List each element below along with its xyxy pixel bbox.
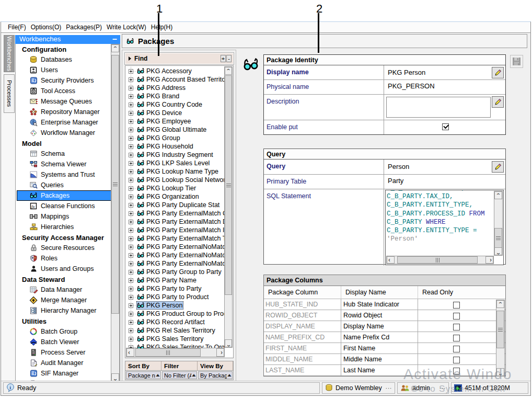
enable-put-checkbox[interactable] bbox=[442, 123, 449, 130]
collapse-all-button[interactable]: - bbox=[226, 55, 232, 62]
scrollbar-thumb[interactable] bbox=[494, 228, 502, 248]
sidebar-item-tool-access[interactable]: Tool Access bbox=[16, 86, 120, 96]
sidebar-item-message-queues[interactable]: Message Queues bbox=[16, 96, 120, 107]
sidebar-item-merge-manager[interactable]: Merge Manager bbox=[16, 295, 120, 305]
find-bar[interactable]: Find + - bbox=[125, 53, 234, 64]
description-textarea[interactable] bbox=[386, 97, 491, 118]
column-header-read-only[interactable]: Read Only bbox=[418, 286, 495, 299]
edit-query-button[interactable] bbox=[492, 161, 504, 173]
scroll-up-button[interactable]: ⌃ bbox=[225, 67, 232, 75]
sidebar-item-mappings[interactable]: Mappings bbox=[16, 211, 120, 222]
tree-item-pkg-accessory[interactable]: PKG Accessory bbox=[125, 67, 225, 75]
expand-icon[interactable] bbox=[129, 337, 133, 341]
tree-item-pkg-party-externalmatch-inp[interactable]: PKG Party ExternalMatch Inp bbox=[125, 226, 225, 234]
expand-icon[interactable] bbox=[129, 77, 133, 82]
sidebar-item-audit-manager[interactable]: Audit Manager bbox=[16, 358, 120, 368]
tree-item-pkg-party-externalmatch-typ[interactable]: PKG Party ExternalMatch Typ bbox=[125, 234, 225, 243]
tree-item-pkg-party-to-party[interactable]: PKG Party to Party bbox=[125, 284, 225, 293]
scroll-up-button[interactable]: ⌃ bbox=[494, 191, 502, 199]
expand-icon[interactable] bbox=[129, 178, 133, 183]
tree-item-pkg-party-group-to-party[interactable]: PKG Party Group to Party bbox=[125, 268, 225, 276]
sidebar-scrollbar[interactable]: ⌃⌃ bbox=[111, 44, 120, 382]
tree-item-pkg-lkp-sales-level[interactable]: PKG LKP Sales Level bbox=[125, 159, 225, 167]
column-header-display-name[interactable]: Display Name bbox=[341, 286, 418, 299]
expand-icon[interactable] bbox=[129, 153, 133, 157]
side-tab-workbenches[interactable]: Workbenches bbox=[4, 35, 15, 72]
expand-icon[interactable] bbox=[129, 169, 133, 174]
read-only-checkbox[interactable] bbox=[453, 324, 460, 330]
save-button[interactable] bbox=[510, 55, 523, 68]
sidebar-item-users-and-groups[interactable]: Users and Groups bbox=[16, 264, 120, 274]
side-tab-processes[interactable]: Processes bbox=[4, 74, 15, 113]
sidebar-item-cleanse-functions[interactable]: fxCleanse Functions bbox=[16, 201, 120, 211]
scroll-down-button[interactable]: ⌃ bbox=[225, 339, 232, 347]
expand-icon[interactable] bbox=[129, 203, 133, 208]
menu-help-h[interactable]: Help(H) bbox=[149, 22, 175, 32]
sidebar-item-repository-manager[interactable]: Repository Manager bbox=[16, 107, 120, 117]
status-overflow-button[interactable]: ··· bbox=[386, 385, 392, 391]
edit-display-name-button[interactable] bbox=[492, 67, 504, 78]
expand-icon[interactable] bbox=[129, 161, 133, 166]
tree-item-pkg-address[interactable]: PKG Address bbox=[125, 84, 225, 92]
menu-options-o[interactable]: Options(O) bbox=[29, 22, 64, 32]
read-only-checkbox[interactable] bbox=[453, 313, 460, 320]
read-only-checkbox[interactable] bbox=[453, 302, 460, 309]
sidebar-minimize-icon[interactable]: – bbox=[112, 37, 117, 42]
footer-value-2[interactable]: By Package▲ bbox=[198, 371, 233, 379]
expand-icon[interactable] bbox=[129, 228, 133, 233]
scroll-down-button[interactable]: ⌃ bbox=[494, 247, 502, 255]
tree-item-pkg-party-externalmatch-co[interactable]: PKG Party ExternalMatch Co bbox=[125, 209, 225, 218]
tree-item-pkg-group[interactable]: PKG Group bbox=[125, 134, 225, 142]
sql-horizontal-scrollbar[interactable]: ⌃⌃ bbox=[386, 256, 494, 264]
columns-scrollbar[interactable]: ⌃⌃ bbox=[496, 300, 505, 377]
expand-icon[interactable] bbox=[129, 86, 133, 90]
tree-item-pkg-country-code[interactable]: PKG Country Code bbox=[125, 100, 225, 109]
expand-icon[interactable] bbox=[129, 278, 133, 283]
expand-icon[interactable] bbox=[129, 312, 133, 316]
tree-vertical-scrollbar[interactable]: ⌃⌃ bbox=[224, 66, 233, 348]
sidebar-item-databases[interactable]: Databases bbox=[16, 54, 120, 65]
tree-item-pkg-employee[interactable]: PKG Employee bbox=[125, 117, 225, 126]
sidebar-item-security-providers[interactable]: Security Providers bbox=[16, 75, 120, 86]
tree-item-pkg-device[interactable]: PKG Device bbox=[125, 109, 225, 117]
sidebar-item-queries[interactable]: Queries bbox=[16, 180, 120, 190]
menu-write-lock-w[interactable]: Write Lock(W) bbox=[105, 22, 148, 32]
expand-icon[interactable] bbox=[129, 287, 133, 291]
sidebar-item-batch-viewer[interactable]: Batch Viewer bbox=[16, 337, 120, 347]
sidebar-item-batch-group[interactable]: Batch Group bbox=[16, 326, 120, 337]
expand-icon[interactable] bbox=[129, 195, 133, 199]
expand-icon[interactable] bbox=[129, 245, 133, 249]
scroll-left-button[interactable]: ⌃ bbox=[387, 256, 395, 264]
scrollbar-thumb[interactable] bbox=[225, 75, 232, 295]
scrollbar-thumb[interactable] bbox=[111, 55, 119, 314]
expand-icon[interactable] bbox=[129, 270, 133, 275]
sidebar-item-data-manager[interactable]: Data Manager bbox=[16, 284, 120, 295]
tree-item-pkg-party-externalnomatch[interactable]: PKG Party ExternalNoMatch bbox=[125, 243, 225, 251]
tree-item-pkg-account-based-territor[interactable]: PKG Account Based Territor bbox=[125, 75, 225, 84]
sql-vertical-scrollbar[interactable]: ⌃⌃ bbox=[494, 191, 503, 256]
column-header-package-column[interactable]: Package Column bbox=[264, 286, 341, 299]
expand-icon[interactable] bbox=[129, 211, 133, 216]
tree-item-pkg-party-externalmatch-dif[interactable]: PKG Party ExternalMatch Dif bbox=[125, 218, 225, 226]
scrollbar-thumb[interactable] bbox=[496, 311, 504, 348]
sidebar-header[interactable]: Workbenches – bbox=[15, 35, 120, 44]
tree-item-pkg-rel-sales-territory[interactable]: PKG Rel Sales Territory bbox=[125, 326, 225, 335]
sidebar-item-workflow-manager[interactable]: Workflow Manager bbox=[16, 128, 120, 138]
edit-description-button[interactable] bbox=[492, 96, 504, 108]
sidebar-item-schema-viewer[interactable]: Schema Viewer bbox=[16, 159, 120, 169]
sidebar-item-roles[interactable]: Roles bbox=[16, 253, 120, 264]
tree-item-pkg-person[interactable]: PKG Person bbox=[125, 301, 225, 310]
read-only-checkbox[interactable] bbox=[453, 357, 460, 363]
menu-packages-p[interactable]: Packages(P) bbox=[64, 22, 104, 32]
tree-item-pkg-global-ultimate[interactable]: PKG Global Ultimate bbox=[125, 126, 225, 134]
read-only-checkbox[interactable] bbox=[453, 335, 460, 341]
expand-icon[interactable] bbox=[129, 119, 133, 124]
expand-icon[interactable] bbox=[129, 220, 133, 224]
read-only-checkbox[interactable] bbox=[453, 346, 460, 352]
expand-icon[interactable] bbox=[129, 328, 133, 333]
expand-icon[interactable] bbox=[129, 136, 133, 141]
tree-item-pkg-organization[interactable]: PKG Organization bbox=[125, 192, 225, 201]
sidebar-item-enterprise-manager[interactable]: Enterprise Manager bbox=[16, 117, 120, 128]
tree-item-pkg-party-externalnomatch[interactable]: PKG Party ExternalNoMatch bbox=[125, 259, 225, 268]
tree-horizontal-scrollbar[interactable]: ⌃⌃ bbox=[126, 348, 225, 357]
